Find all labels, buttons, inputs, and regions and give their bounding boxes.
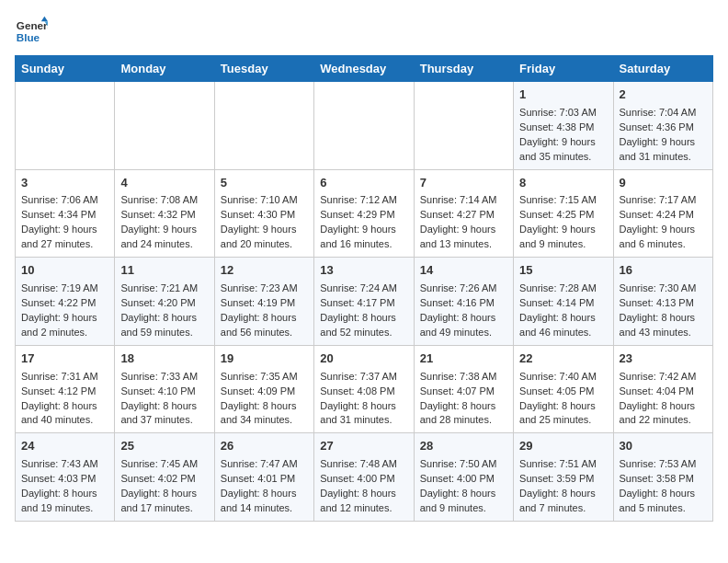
calendar-cell: 12Sunrise: 7:23 AMSunset: 4:19 PMDayligh… [214,258,313,346]
day-number: 8 [519,175,607,192]
day-info-line: Sunset: 4:27 PM [420,208,507,223]
day-info-line: Sunset: 4:08 PM [320,385,407,399]
day-info-line: Sunrise: 7:38 AM [420,370,507,385]
day-info-line: Daylight: 9 hours and 2 minutes. [21,311,108,340]
day-info-line: Sunrise: 7:19 AM [21,282,108,296]
day-info-line: Daylight: 8 hours and 49 minutes. [420,311,507,340]
calendar-table: SundayMondayTuesdayWednesdayThursdayFrid… [15,55,713,522]
day-info-line: Daylight: 8 hours and 14 minutes. [221,487,308,516]
day-number: 21 [420,350,507,368]
calendar-cell: 20Sunrise: 7:37 AMSunset: 4:08 PMDayligh… [314,345,414,433]
day-info-line: Daylight: 8 hours and 19 minutes. [21,487,108,516]
column-header-monday: Monday [115,56,214,82]
calendar-cell: 23Sunrise: 7:42 AMSunset: 4:04 PMDayligh… [613,345,712,433]
day-number: 7 [420,175,507,192]
day-info-line: Daylight: 8 hours and 28 minutes. [420,399,507,429]
calendar-cell [16,82,115,170]
day-number: 15 [519,262,607,280]
day-info-line: Sunset: 3:58 PM [620,472,707,487]
page-header: General Blue [15,15,713,48]
calendar-cell: 4Sunrise: 7:08 AMSunset: 4:32 PMDaylight… [115,169,214,258]
calendar-header-row: SundayMondayTuesdayWednesdayThursdayFrid… [16,56,713,82]
day-number: 6 [320,175,407,192]
day-info-line: Sunset: 4:36 PM [620,121,707,135]
day-info-line: Sunrise: 7:35 AM [221,370,308,385]
day-info-line: Daylight: 9 hours and 13 minutes. [420,223,507,252]
day-info-line: Sunset: 4:38 PM [519,121,607,135]
day-number: 3 [21,175,108,192]
day-info-line: Sunset: 3:59 PM [519,472,607,487]
calendar-cell: 13Sunrise: 7:24 AMSunset: 4:17 PMDayligh… [314,258,414,346]
calendar-cell: 6Sunrise: 7:12 AMSunset: 4:29 PMDaylight… [314,169,414,258]
day-info-line: Sunrise: 7:12 AM [320,193,407,208]
day-number: 27 [320,438,407,455]
day-info-line: Sunset: 4:12 PM [21,385,108,399]
day-info-line: Daylight: 8 hours and 52 minutes. [320,311,407,340]
day-number: 14 [420,262,507,280]
day-info-line: Daylight: 9 hours and 31 minutes. [620,135,707,165]
day-info-line: Sunset: 4:19 PM [221,296,308,311]
calendar-cell: 5Sunrise: 7:10 AMSunset: 4:30 PMDaylight… [214,169,313,258]
day-info-line: Sunrise: 7:08 AM [120,193,208,208]
calendar-cell [115,82,214,170]
day-number: 25 [120,438,208,455]
column-header-thursday: Thursday [414,56,513,82]
day-info-line: Sunrise: 7:06 AM [21,193,108,208]
day-info-line: Sunrise: 7:51 AM [519,457,607,472]
day-info-line: Sunrise: 7:21 AM [120,282,208,296]
day-info-line: Daylight: 8 hours and 56 minutes. [221,311,308,340]
day-number: 1 [519,86,607,104]
day-info-line: Sunrise: 7:28 AM [519,282,607,296]
day-info-line: Daylight: 8 hours and 40 minutes. [21,399,108,429]
calendar-cell: 9Sunrise: 7:17 AMSunset: 4:24 PMDaylight… [613,169,712,258]
svg-text:Blue: Blue [17,31,40,43]
column-header-saturday: Saturday [613,56,712,82]
day-number: 11 [120,262,208,280]
day-info-line: Sunrise: 7:17 AM [620,193,707,208]
day-info-line: Daylight: 8 hours and 34 minutes. [221,399,308,429]
calendar-cell: 26Sunrise: 7:47 AMSunset: 4:01 PMDayligh… [214,433,313,522]
day-number: 5 [221,175,308,192]
day-info-line: Sunrise: 7:31 AM [21,370,108,385]
calendar-cell: 16Sunrise: 7:30 AMSunset: 4:13 PMDayligh… [613,258,712,346]
day-number: 19 [221,350,308,368]
day-info-line: Sunrise: 7:42 AM [620,370,707,385]
calendar-cell: 21Sunrise: 7:38 AMSunset: 4:07 PMDayligh… [414,345,513,433]
day-info-line: Sunset: 4:02 PM [120,472,208,487]
day-info-line: Sunset: 4:13 PM [620,296,707,311]
calendar-cell [414,82,513,170]
day-info-line: Sunrise: 7:33 AM [120,370,208,385]
calendar-cell [214,82,313,170]
calendar-cell: 1Sunrise: 7:03 AMSunset: 4:38 PMDaylight… [514,82,613,170]
day-info-line: Sunrise: 7:03 AM [519,106,607,121]
day-number: 20 [320,350,407,368]
calendar-cell: 29Sunrise: 7:51 AMSunset: 3:59 PMDayligh… [514,433,613,522]
day-info-line: Sunset: 4:24 PM [620,208,707,223]
day-info-line: Sunset: 4:09 PM [221,385,308,399]
day-info-line: Daylight: 8 hours and 37 minutes. [120,399,208,429]
column-header-sunday: Sunday [16,56,115,82]
day-info-line: Daylight: 8 hours and 17 minutes. [120,487,208,516]
day-info-line: Daylight: 8 hours and 22 minutes. [620,399,707,429]
day-info-line: Sunrise: 7:53 AM [620,457,707,472]
day-info-line: Sunset: 4:17 PM [320,296,407,311]
day-info-line: Daylight: 9 hours and 16 minutes. [320,223,407,252]
calendar-cell: 18Sunrise: 7:33 AMSunset: 4:10 PMDayligh… [115,345,214,433]
day-number: 2 [620,86,707,104]
day-info-line: Sunrise: 7:10 AM [221,193,308,208]
calendar-cell: 8Sunrise: 7:15 AMSunset: 4:25 PMDaylight… [514,169,613,258]
day-number: 22 [519,350,607,368]
calendar-cell: 10Sunrise: 7:19 AMSunset: 4:22 PMDayligh… [16,258,115,346]
day-number: 9 [620,175,707,192]
day-info-line: Daylight: 8 hours and 5 minutes. [620,487,707,516]
calendar-cell: 30Sunrise: 7:53 AMSunset: 3:58 PMDayligh… [613,433,712,522]
calendar-cell: 24Sunrise: 7:43 AMSunset: 4:03 PMDayligh… [16,433,115,522]
day-info-line: Sunrise: 7:37 AM [320,370,407,385]
calendar-cell: 11Sunrise: 7:21 AMSunset: 4:20 PMDayligh… [115,258,214,346]
day-info-line: Sunset: 4:34 PM [21,208,108,223]
calendar-cell [314,82,414,170]
day-number: 13 [320,262,407,280]
day-info-line: Sunset: 4:10 PM [120,385,208,399]
calendar-cell: 22Sunrise: 7:40 AMSunset: 4:05 PMDayligh… [514,345,613,433]
day-info-line: Daylight: 9 hours and 6 minutes. [620,223,707,252]
